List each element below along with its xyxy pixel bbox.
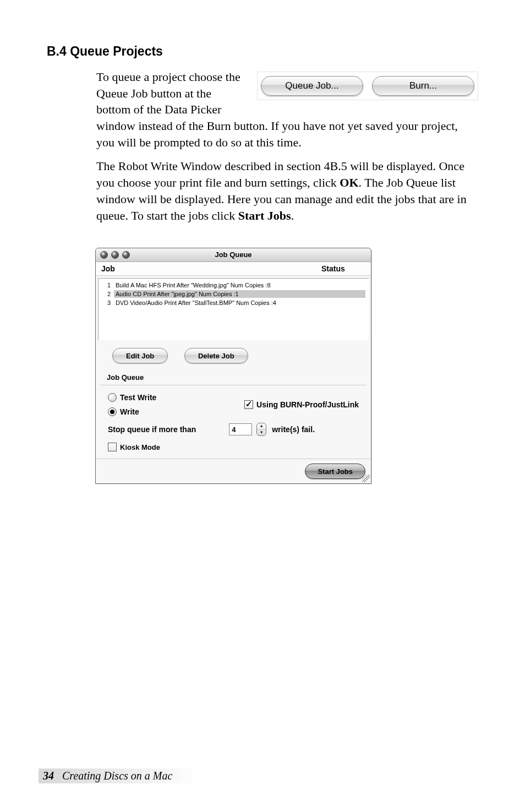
table-row[interactable]: 1 Build A Mac HFS Print After "Wedding.j… bbox=[102, 281, 365, 290]
start-jobs-bold: Start Jobs bbox=[238, 209, 291, 222]
radio-icon bbox=[108, 393, 117, 402]
paragraph-2c: . bbox=[291, 209, 294, 222]
row-num: 3 bbox=[102, 299, 111, 306]
ok-bold: OK bbox=[340, 176, 358, 189]
stop-count-stepper[interactable]: ▲ ▼ bbox=[256, 423, 266, 436]
job-queue-window: Job Queue Job Status 1 Build A Mac HFS P… bbox=[95, 248, 371, 484]
write-radio[interactable]: Write bbox=[108, 407, 156, 416]
checkbox-icon bbox=[108, 443, 117, 451]
write-label: Write bbox=[120, 407, 139, 416]
stop-suffix-label: write(s) fail. bbox=[272, 425, 315, 434]
row-text: DVD Video/Audio Print After "StallTest.B… bbox=[114, 299, 365, 307]
stop-prefix-label: Stop queue if more than bbox=[108, 425, 196, 434]
window-title: Job Queue bbox=[96, 248, 371, 261]
zoom-icon[interactable] bbox=[122, 251, 130, 259]
kiosk-label: Kiosk Mode bbox=[120, 443, 160, 451]
kiosk-mode-checkbox[interactable]: Kiosk Mode bbox=[108, 443, 160, 451]
inline-button-row: Queue Job... Burn... bbox=[257, 72, 478, 100]
list-header: Job Status bbox=[96, 262, 371, 276]
page-number: 34 bbox=[43, 770, 54, 782]
minimize-icon[interactable] bbox=[111, 251, 119, 259]
burnproof-checkbox[interactable]: Using BURN-Proof/JustLink bbox=[244, 400, 359, 409]
row-text: Build A Mac HFS Print After "Wedding.jpg… bbox=[114, 281, 365, 289]
stop-count-input[interactable]: 4 bbox=[229, 423, 252, 435]
row-num: 1 bbox=[102, 282, 111, 288]
resize-grip-icon[interactable] bbox=[362, 475, 370, 482]
row-num: 2 bbox=[102, 291, 111, 297]
delete-job-button[interactable]: Delete Job bbox=[184, 348, 248, 363]
test-write-label: Test Write bbox=[120, 393, 156, 402]
queue-job-button[interactable]: Queue Job... bbox=[261, 76, 363, 96]
chapter-title: Creating Discs on a Mac bbox=[62, 770, 172, 782]
paragraph-1a: To queue a project choose the Queue Job … bbox=[96, 70, 282, 133]
checkbox-icon bbox=[244, 400, 253, 409]
page-footer: 34 Creating Discs on a Mac bbox=[39, 769, 200, 783]
close-icon[interactable] bbox=[100, 251, 108, 259]
job-queue-section-label: Job Queue bbox=[107, 373, 371, 382]
table-row[interactable]: 2 Audio CD Print After "jpeg.jpg" Num Co… bbox=[102, 290, 365, 298]
test-write-radio[interactable]: Test Write bbox=[108, 393, 156, 402]
table-row[interactable]: 3 DVD Video/Audio Print After "StallTest… bbox=[102, 298, 365, 307]
col-status-header: Status bbox=[321, 264, 365, 273]
edit-job-button[interactable]: Edit Job bbox=[112, 348, 168, 363]
titlebar[interactable]: Job Queue bbox=[96, 248, 371, 262]
chevron-up-icon: ▲ bbox=[257, 423, 266, 430]
job-list: 1 Build A Mac HFS Print After "Wedding.j… bbox=[98, 278, 369, 340]
chevron-down-icon: ▼ bbox=[257, 430, 266, 436]
start-jobs-button[interactable]: Start Jobs bbox=[305, 464, 365, 479]
radio-icon bbox=[108, 407, 117, 416]
row-text: Audio CD Print After "jpeg.jpg" Num Copi… bbox=[114, 290, 365, 298]
traffic-lights bbox=[100, 251, 130, 259]
burnproof-label: Using BURN-Proof/JustLink bbox=[256, 400, 359, 409]
burn-button[interactable]: Burn... bbox=[372, 76, 474, 96]
section-heading: B.4 Queue Projects bbox=[47, 44, 478, 59]
paragraph-2: The Robot Write Window described in sect… bbox=[96, 158, 478, 224]
col-job-header: Job bbox=[101, 264, 321, 273]
options-panel: Test Write Write Using BURN-Proof/JustLi… bbox=[100, 385, 367, 459]
